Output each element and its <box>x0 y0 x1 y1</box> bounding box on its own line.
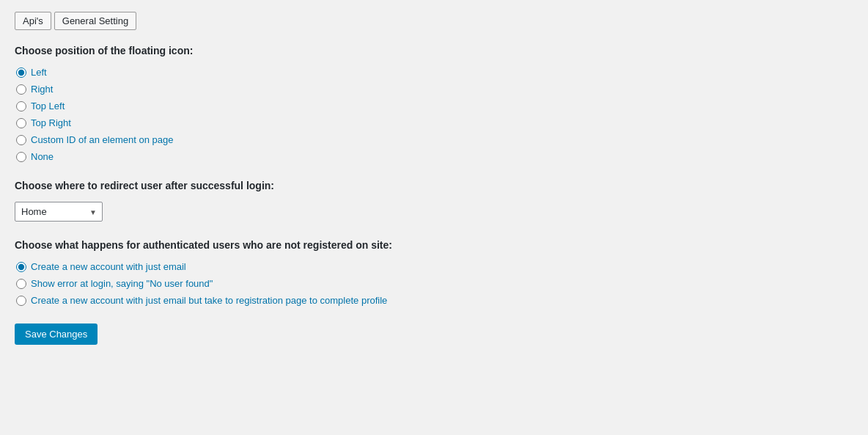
radio-label-show-error: Show error at login, saying "No user fou… <box>31 278 213 289</box>
save-changes-button[interactable]: Save Changes <box>15 323 98 345</box>
radio-input-custom[interactable] <box>16 135 26 145</box>
radio-label-left: Left <box>31 67 47 78</box>
radio-left[interactable]: Left <box>16 67 853 78</box>
radio-label-top-right: Top Right <box>31 117 71 128</box>
radio-none[interactable]: None <box>16 151 853 162</box>
authenticated-users-section: Choose what happens for authenticated us… <box>15 239 853 306</box>
radio-create-email[interactable]: Create a new account with just email <box>16 261 853 272</box>
redirect-section: Choose where to redirect user after succ… <box>15 180 853 222</box>
radio-top-left[interactable]: Top Left <box>16 100 853 112</box>
redirect-select[interactable]: Home Dashboard Profile <box>15 202 103 222</box>
radio-input-top-right[interactable] <box>16 118 26 128</box>
radio-input-create-email[interactable] <box>16 262 26 272</box>
radio-create-register[interactable]: Create a new account with just email but… <box>16 295 853 306</box>
tab-general-setting[interactable]: General Setting <box>54 12 136 30</box>
radio-input-show-error[interactable] <box>16 279 26 289</box>
redirect-select-wrapper: Home Dashboard Profile ▼ <box>15 202 103 222</box>
floating-icon-options: Left Right Top Left Top Right Custom ID … <box>16 67 853 162</box>
radio-label-create-email: Create a new account with just email <box>31 261 186 272</box>
radio-top-right[interactable]: Top Right <box>16 117 853 128</box>
radio-custom[interactable]: Custom ID of an element on page <box>16 134 853 145</box>
tab-apis[interactable]: Api's <box>15 12 51 30</box>
radio-input-none[interactable] <box>16 152 26 162</box>
radio-input-right[interactable] <box>16 84 26 95</box>
floating-icon-section: Choose position of the floating icon: Le… <box>15 45 853 162</box>
radio-label-create-register: Create a new account with just email but… <box>31 295 387 306</box>
floating-icon-title: Choose position of the floating icon: <box>15 45 853 56</box>
authenticated-users-options: Create a new account with just email Sho… <box>16 261 853 306</box>
radio-input-create-register[interactable] <box>16 296 26 306</box>
tabs-container: Api's General Setting <box>15 12 853 30</box>
radio-label-right: Right <box>31 84 53 95</box>
radio-label-custom: Custom ID of an element on page <box>31 134 173 145</box>
radio-input-left[interactable] <box>16 67 26 78</box>
radio-right[interactable]: Right <box>16 84 853 95</box>
redirect-title: Choose where to redirect user after succ… <box>15 180 853 191</box>
authenticated-users-title: Choose what happens for authenticated us… <box>15 239 853 251</box>
radio-show-error[interactable]: Show error at login, saying "No user fou… <box>16 278 853 289</box>
radio-input-top-left[interactable] <box>16 101 26 112</box>
radio-label-none: None <box>31 151 54 162</box>
radio-label-top-left: Top Left <box>31 100 65 112</box>
